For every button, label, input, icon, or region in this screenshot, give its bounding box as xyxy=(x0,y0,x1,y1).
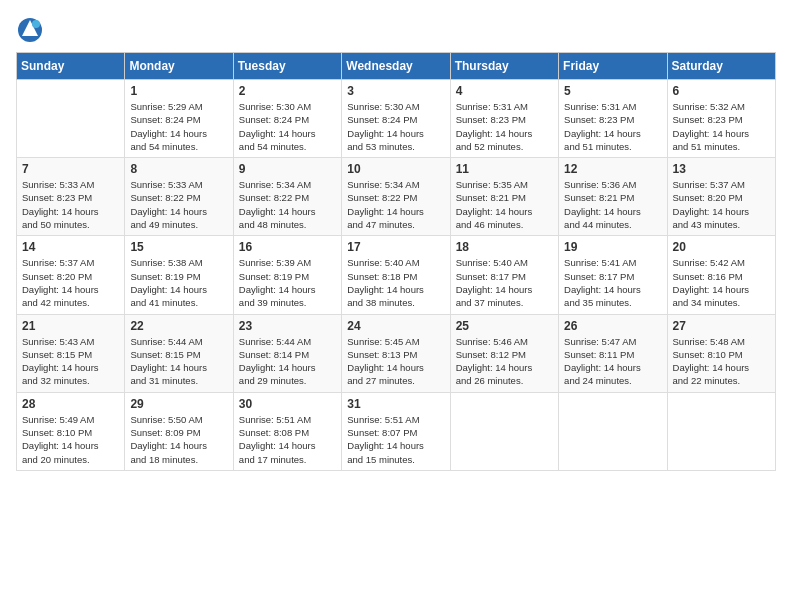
day-info: Sunrise: 5:30 AM Sunset: 8:24 PM Dayligh… xyxy=(239,100,336,153)
day-cell: 6Sunrise: 5:32 AM Sunset: 8:23 PM Daylig… xyxy=(667,80,775,158)
day-number: 13 xyxy=(673,162,770,176)
day-cell: 21Sunrise: 5:43 AM Sunset: 8:15 PM Dayli… xyxy=(17,314,125,392)
day-number: 5 xyxy=(564,84,661,98)
day-cell: 31Sunrise: 5:51 AM Sunset: 8:07 PM Dayli… xyxy=(342,392,450,470)
day-cell: 25Sunrise: 5:46 AM Sunset: 8:12 PM Dayli… xyxy=(450,314,558,392)
day-info: Sunrise: 5:34 AM Sunset: 8:22 PM Dayligh… xyxy=(347,178,444,231)
day-cell: 9Sunrise: 5:34 AM Sunset: 8:22 PM Daylig… xyxy=(233,158,341,236)
day-number: 18 xyxy=(456,240,553,254)
day-number: 27 xyxy=(673,319,770,333)
day-cell: 8Sunrise: 5:33 AM Sunset: 8:22 PM Daylig… xyxy=(125,158,233,236)
day-info: Sunrise: 5:40 AM Sunset: 8:17 PM Dayligh… xyxy=(456,256,553,309)
day-info: Sunrise: 5:41 AM Sunset: 8:17 PM Dayligh… xyxy=(564,256,661,309)
day-cell xyxy=(17,80,125,158)
day-number: 14 xyxy=(22,240,119,254)
day-info: Sunrise: 5:46 AM Sunset: 8:12 PM Dayligh… xyxy=(456,335,553,388)
calendar-table: SundayMondayTuesdayWednesdayThursdayFrid… xyxy=(16,52,776,471)
day-cell: 5Sunrise: 5:31 AM Sunset: 8:23 PM Daylig… xyxy=(559,80,667,158)
day-number: 17 xyxy=(347,240,444,254)
week-row-3: 14Sunrise: 5:37 AM Sunset: 8:20 PM Dayli… xyxy=(17,236,776,314)
day-number: 2 xyxy=(239,84,336,98)
day-info: Sunrise: 5:36 AM Sunset: 8:21 PM Dayligh… xyxy=(564,178,661,231)
day-cell: 17Sunrise: 5:40 AM Sunset: 8:18 PM Dayli… xyxy=(342,236,450,314)
day-info: Sunrise: 5:39 AM Sunset: 8:19 PM Dayligh… xyxy=(239,256,336,309)
day-info: Sunrise: 5:33 AM Sunset: 8:23 PM Dayligh… xyxy=(22,178,119,231)
day-cell: 15Sunrise: 5:38 AM Sunset: 8:19 PM Dayli… xyxy=(125,236,233,314)
day-info: Sunrise: 5:49 AM Sunset: 8:10 PM Dayligh… xyxy=(22,413,119,466)
day-info: Sunrise: 5:37 AM Sunset: 8:20 PM Dayligh… xyxy=(22,256,119,309)
day-number: 15 xyxy=(130,240,227,254)
day-number: 28 xyxy=(22,397,119,411)
day-number: 10 xyxy=(347,162,444,176)
day-number: 12 xyxy=(564,162,661,176)
day-number: 7 xyxy=(22,162,119,176)
day-cell xyxy=(559,392,667,470)
day-number: 19 xyxy=(564,240,661,254)
day-number: 25 xyxy=(456,319,553,333)
day-cell: 16Sunrise: 5:39 AM Sunset: 8:19 PM Dayli… xyxy=(233,236,341,314)
day-info: Sunrise: 5:44 AM Sunset: 8:15 PM Dayligh… xyxy=(130,335,227,388)
header-day-wednesday: Wednesday xyxy=(342,53,450,80)
header-day-friday: Friday xyxy=(559,53,667,80)
header-day-tuesday: Tuesday xyxy=(233,53,341,80)
day-cell: 2Sunrise: 5:30 AM Sunset: 8:24 PM Daylig… xyxy=(233,80,341,158)
day-number: 20 xyxy=(673,240,770,254)
header-row: SundayMondayTuesdayWednesdayThursdayFrid… xyxy=(17,53,776,80)
day-cell: 19Sunrise: 5:41 AM Sunset: 8:17 PM Dayli… xyxy=(559,236,667,314)
day-cell: 10Sunrise: 5:34 AM Sunset: 8:22 PM Dayli… xyxy=(342,158,450,236)
header-day-monday: Monday xyxy=(125,53,233,80)
day-info: Sunrise: 5:33 AM Sunset: 8:22 PM Dayligh… xyxy=(130,178,227,231)
week-row-5: 28Sunrise: 5:49 AM Sunset: 8:10 PM Dayli… xyxy=(17,392,776,470)
logo xyxy=(16,16,48,44)
day-info: Sunrise: 5:30 AM Sunset: 8:24 PM Dayligh… xyxy=(347,100,444,153)
day-cell: 3Sunrise: 5:30 AM Sunset: 8:24 PM Daylig… xyxy=(342,80,450,158)
svg-point-2 xyxy=(32,20,40,28)
day-number: 26 xyxy=(564,319,661,333)
day-number: 29 xyxy=(130,397,227,411)
day-cell: 12Sunrise: 5:36 AM Sunset: 8:21 PM Dayli… xyxy=(559,158,667,236)
day-info: Sunrise: 5:45 AM Sunset: 8:13 PM Dayligh… xyxy=(347,335,444,388)
day-number: 16 xyxy=(239,240,336,254)
day-cell: 22Sunrise: 5:44 AM Sunset: 8:15 PM Dayli… xyxy=(125,314,233,392)
day-info: Sunrise: 5:51 AM Sunset: 8:08 PM Dayligh… xyxy=(239,413,336,466)
day-number: 22 xyxy=(130,319,227,333)
day-number: 1 xyxy=(130,84,227,98)
day-number: 24 xyxy=(347,319,444,333)
day-number: 31 xyxy=(347,397,444,411)
day-cell: 4Sunrise: 5:31 AM Sunset: 8:23 PM Daylig… xyxy=(450,80,558,158)
day-info: Sunrise: 5:42 AM Sunset: 8:16 PM Dayligh… xyxy=(673,256,770,309)
day-number: 4 xyxy=(456,84,553,98)
logo-icon xyxy=(16,16,44,44)
day-number: 11 xyxy=(456,162,553,176)
week-row-2: 7Sunrise: 5:33 AM Sunset: 8:23 PM Daylig… xyxy=(17,158,776,236)
day-number: 6 xyxy=(673,84,770,98)
day-cell: 30Sunrise: 5:51 AM Sunset: 8:08 PM Dayli… xyxy=(233,392,341,470)
header-day-sunday: Sunday xyxy=(17,53,125,80)
day-number: 30 xyxy=(239,397,336,411)
week-row-1: 1Sunrise: 5:29 AM Sunset: 8:24 PM Daylig… xyxy=(17,80,776,158)
day-cell: 18Sunrise: 5:40 AM Sunset: 8:17 PM Dayli… xyxy=(450,236,558,314)
day-cell: 27Sunrise: 5:48 AM Sunset: 8:10 PM Dayli… xyxy=(667,314,775,392)
day-info: Sunrise: 5:51 AM Sunset: 8:07 PM Dayligh… xyxy=(347,413,444,466)
day-info: Sunrise: 5:50 AM Sunset: 8:09 PM Dayligh… xyxy=(130,413,227,466)
day-cell xyxy=(667,392,775,470)
day-info: Sunrise: 5:31 AM Sunset: 8:23 PM Dayligh… xyxy=(564,100,661,153)
day-cell: 11Sunrise: 5:35 AM Sunset: 8:21 PM Dayli… xyxy=(450,158,558,236)
day-cell: 26Sunrise: 5:47 AM Sunset: 8:11 PM Dayli… xyxy=(559,314,667,392)
day-cell: 7Sunrise: 5:33 AM Sunset: 8:23 PM Daylig… xyxy=(17,158,125,236)
day-number: 23 xyxy=(239,319,336,333)
day-cell: 14Sunrise: 5:37 AM Sunset: 8:20 PM Dayli… xyxy=(17,236,125,314)
page-header xyxy=(16,16,776,44)
header-day-saturday: Saturday xyxy=(667,53,775,80)
day-number: 3 xyxy=(347,84,444,98)
day-cell xyxy=(450,392,558,470)
day-info: Sunrise: 5:32 AM Sunset: 8:23 PM Dayligh… xyxy=(673,100,770,153)
day-info: Sunrise: 5:48 AM Sunset: 8:10 PM Dayligh… xyxy=(673,335,770,388)
header-day-thursday: Thursday xyxy=(450,53,558,80)
day-cell: 20Sunrise: 5:42 AM Sunset: 8:16 PM Dayli… xyxy=(667,236,775,314)
day-info: Sunrise: 5:44 AM Sunset: 8:14 PM Dayligh… xyxy=(239,335,336,388)
day-cell: 13Sunrise: 5:37 AM Sunset: 8:20 PM Dayli… xyxy=(667,158,775,236)
day-cell: 23Sunrise: 5:44 AM Sunset: 8:14 PM Dayli… xyxy=(233,314,341,392)
day-info: Sunrise: 5:38 AM Sunset: 8:19 PM Dayligh… xyxy=(130,256,227,309)
day-info: Sunrise: 5:29 AM Sunset: 8:24 PM Dayligh… xyxy=(130,100,227,153)
